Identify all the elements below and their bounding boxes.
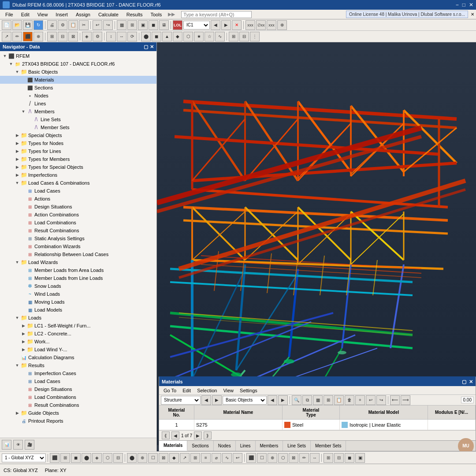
bt2[interactable]: ⊞: [60, 453, 70, 463]
tree-item-result-lco[interactable]: ⊞ Load Combinations: [0, 393, 156, 401]
cut-btn[interactable]: ✂: [79, 20, 89, 30]
tree-item-loadcases[interactable]: ⊞ Load Cases: [0, 187, 156, 195]
bt1[interactable]: ⬛: [50, 453, 60, 463]
tree-item-static[interactable]: ⊞ Static Analysis Settings: [0, 234, 156, 242]
menu-results[interactable]: Results: [123, 11, 146, 18]
tree-item-load-models[interactable]: ▦ Load Models: [0, 306, 156, 314]
menu-close-icon[interactable]: ✕: [471, 12, 474, 17]
bt18[interactable]: ↩: [233, 453, 242, 463]
mat-nav-prev[interactable]: ◀: [201, 395, 211, 405]
tree-item-relationship[interactable]: ⊞ Relationship Between Load Cases: [0, 250, 156, 258]
menu-file[interactable]: File: [2, 11, 17, 18]
nav-camera-btn[interactable]: 🎥: [25, 440, 34, 450]
refresh-btn[interactable]: ↻: [33, 20, 43, 30]
tree-arrow-members[interactable]: ▼: [20, 109, 26, 114]
bt22[interactable]: ⬡: [278, 453, 288, 463]
tree-arrow-typemembers[interactable]: ▶: [14, 157, 20, 161]
tree-item-snow[interactable]: ❄ Snow Loads: [0, 282, 156, 290]
mat-tab-nodes[interactable]: Nodes: [214, 441, 236, 451]
mat-goto[interactable]: Go To: [161, 387, 179, 394]
mat-filter-btn[interactable]: ⧉: [302, 395, 312, 405]
mat-fit-btn[interactable]: ⊞: [324, 395, 333, 405]
tool-s20[interactable]: ∿: [215, 32, 225, 41]
mat-prev-btn[interactable]: ◀: [171, 431, 179, 439]
bt15[interactable]: ≡: [201, 453, 211, 463]
tree-item-action-combo[interactable]: ⊞ Action Combinations: [0, 211, 156, 219]
tree-item-types-members[interactable]: ▶ 📁 Types for Members: [0, 155, 156, 163]
nav-next[interactable]: ▶: [221, 20, 231, 30]
mat-tab-linesets[interactable]: Line Sets: [283, 441, 311, 451]
tree-item-lc1[interactable]: ▶ 📁 LC1 - Self-Weight / Furn...: [0, 322, 156, 330]
tree-item-special[interactable]: ▶ 📁 Special Objects: [0, 131, 156, 139]
tree-item-loadcases-combo[interactable]: ▼ 📁 Load Cases & Combinations: [0, 179, 156, 187]
tool-s6[interactable]: ⊟: [58, 32, 67, 41]
bt17[interactable]: ∿: [222, 453, 232, 463]
mat-nav-next[interactable]: ▶: [212, 395, 222, 405]
mat-next-btn[interactable]: ▶: [194, 431, 202, 439]
tree-item-wind[interactable]: ~ Wind Loads: [0, 290, 156, 298]
mat-tab-membersets[interactable]: Member Sets: [311, 441, 346, 451]
view3-btn[interactable]: ▣: [138, 20, 148, 30]
navigator-tree[interactable]: ▼ ⬛ RFEM ▼ 📁 2TX043 BRIDGE 107 - DANCE F…: [0, 51, 156, 438]
mat-tab-members[interactable]: Members: [256, 441, 283, 451]
settings-btn[interactable]: ⚙: [58, 20, 67, 30]
tree-item-linesets[interactable]: /\ Line Sets: [0, 115, 156, 123]
mat-del-btn[interactable]: 🗑: [345, 395, 354, 405]
tool-s17[interactable]: ⬡: [183, 32, 193, 41]
save-btn[interactable]: 💾: [23, 20, 33, 30]
view5-btn[interactable]: 🖥: [159, 20, 169, 30]
tree-arrow-lc2[interactable]: ▶: [20, 331, 26, 336]
new-btn[interactable]: 📄: [2, 20, 11, 30]
bt19[interactable]: ⬛: [246, 453, 256, 463]
tree-item-load-wizards[interactable]: ▼ 📁 Load Wizards: [0, 258, 156, 266]
tree-item-results[interactable]: ▼ 📁 Results: [0, 361, 156, 369]
tree-arrow-loads[interactable]: ▼: [14, 316, 20, 320]
bt6[interactable]: ⬡: [103, 453, 112, 463]
bt20[interactable]: ☐: [257, 453, 267, 463]
tree-item-moving[interactable]: ▦ Moving Loads: [0, 298, 156, 306]
menu-insert[interactable]: Insert: [52, 11, 71, 18]
tree-item-printout[interactable]: 🖨 Printout Reports: [0, 417, 156, 425]
tree-item-members[interactable]: ▼ /\ Members: [0, 108, 156, 115]
tree-item-actions[interactable]: ⊞ Actions: [0, 195, 156, 203]
tool-s7[interactable]: ⊠: [68, 32, 78, 41]
mat-nav-prev2[interactable]: ◀: [268, 395, 277, 405]
tool-s8[interactable]: ◈: [82, 32, 92, 41]
tool-s5[interactable]: ⊞: [47, 32, 57, 41]
bt25[interactable]: ↔: [310, 453, 320, 463]
tree-item-basic-objects[interactable]: ▼ 📁 Basic Objects: [0, 68, 156, 76]
tree-item-file[interactable]: ▼ 📁 2TX043 BRIDGE 107 - DANCE FLOOR.rf6: [0, 60, 156, 68]
tool-s11[interactable]: ↔: [117, 32, 126, 41]
mat-tab-sections[interactable]: Sections: [187, 441, 213, 451]
bt8[interactable]: ⬤: [127, 453, 137, 463]
tree-arrow-typelines[interactable]: ▶: [14, 149, 20, 153]
tool-s15[interactable]: ▲: [162, 32, 172, 41]
tree-item-calc-diagrams[interactable]: 📊 Calculation Diagrams: [0, 353, 156, 361]
bt12[interactable]: ◆: [169, 453, 179, 463]
tool-s14[interactable]: ◼: [152, 32, 161, 41]
mat-right-btn[interactable]: ⟶: [401, 395, 410, 405]
tree-arrow-typespecial[interactable]: ▶: [14, 165, 20, 169]
close-button[interactable]: ✕: [469, 2, 473, 8]
tree-item-result-combo[interactable]: ⊞ Result Combinations: [0, 227, 156, 234]
tree-arrow-basic[interactable]: ▼: [14, 70, 20, 74]
tool-s9[interactable]: ⚙: [93, 32, 102, 41]
coord-system-combo[interactable]: 1 - Global XYZ: [2, 454, 46, 462]
tree-item-wind-y[interactable]: ▶ 📁 Load Wind Y-...: [0, 346, 156, 353]
mat-col-btn[interactable]: ▦: [313, 395, 323, 405]
tree-item-types-special[interactable]: ▶ 📁 Types for Special Objects: [0, 163, 156, 171]
mat-num-field[interactable]: 0.00: [461, 397, 474, 403]
tree-item-area-loads[interactable]: ⊞ Member Loads from Area Loads: [0, 266, 156, 274]
extra4-btn[interactable]: ⊕: [277, 20, 287, 30]
extra2-btn[interactable]: ∅xx: [256, 20, 266, 30]
mat-close-btn[interactable]: ✕: [469, 379, 473, 385]
tree-item-imperfections[interactable]: ▶ 📁 Imperfections: [0, 171, 156, 179]
tree-item-lines[interactable]: / Lines: [0, 100, 156, 108]
tree-item-types-nodes[interactable]: ▶ 📁 Types for Nodes: [0, 139, 156, 147]
tree-item-load-combo[interactable]: ⊞ Load Combinations: [0, 219, 156, 227]
bt5[interactable]: ◈: [92, 453, 102, 463]
mat-left-btn[interactable]: ⟵: [390, 395, 400, 405]
menu-tools[interactable]: Tools: [147, 11, 165, 18]
tree-arrow-windy[interactable]: ▶: [20, 347, 26, 352]
tree-arrow-typenodes[interactable]: ▶: [14, 141, 20, 145]
